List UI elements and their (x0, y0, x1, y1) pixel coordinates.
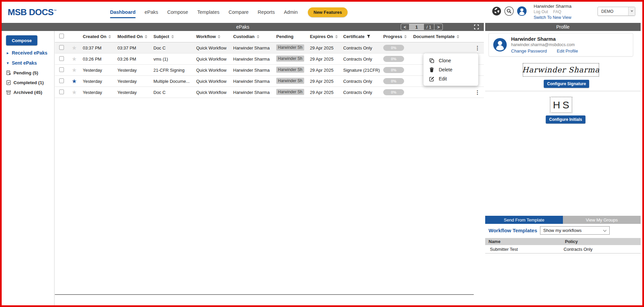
workflow-templates-row: Workflow Templates Show my workflows (489, 226, 610, 235)
cell-created-on: 03:26 PM (80, 57, 115, 62)
top-bar: MSB DOCS™ Dashboard ePaks Compose Templa… (2, 2, 642, 23)
faq-link[interactable]: FAQ (553, 9, 561, 14)
header-icon-cluster (492, 6, 527, 16)
profile-avatar-icon (493, 38, 507, 52)
sidebar-item-archived[interactable]: Archived (45) (6, 90, 54, 95)
pagination: < 1 / 1 > (401, 24, 443, 30)
user-block: Harwinder Sharma Log Out FAQ Switch To N… (534, 4, 572, 20)
shortcuts-table-row[interactable]: Submitter Test Contracts Only (485, 245, 641, 253)
cell-modified-on: Yesterday (115, 90, 151, 95)
nav-compare[interactable]: Compare (228, 7, 249, 15)
cell-subject[interactable]: Doc C (151, 90, 194, 95)
initials-preview-box: HS (550, 97, 572, 113)
col-document-template[interactable]: Document Template (411, 34, 470, 39)
workflow-filter-select[interactable]: Show my workflows (540, 226, 610, 235)
shortcuts-table-header: Name Policy (485, 238, 641, 245)
context-menu-delete[interactable]: Delete (424, 65, 478, 74)
cell-expires-on: 29 Apr 2025 (308, 90, 341, 95)
profile-card: Harwinder Sharma harwinder.sharma@msbdoc… (489, 33, 633, 57)
nav-epaks[interactable]: ePaks (145, 7, 158, 15)
row-checkbox[interactable] (59, 67, 64, 72)
cell-subject[interactable]: Doc C (151, 45, 194, 50)
tab-view-my-groups[interactable]: View My Groups (563, 216, 641, 224)
col-modified-on[interactable]: Modified On (115, 34, 151, 39)
sidebar-item-label: Pending (5) (13, 70, 38, 75)
sidebar-item-pending[interactable]: Pending (5) (6, 70, 54, 75)
expand-icon[interactable] (474, 24, 479, 30)
table-row[interactable]: ★ Yesterday Yesterday Doc C Quick Workfl… (55, 87, 484, 98)
context-menu-clone[interactable]: Clone (424, 56, 478, 65)
filter-icon[interactable] (367, 35, 370, 38)
col-subject[interactable]: Subject (151, 34, 194, 39)
context-menu-label: Delete (439, 67, 452, 72)
page-prev-button[interactable]: < (401, 25, 409, 30)
profile-title-bar: Profile (485, 23, 641, 31)
cell-subject[interactable]: vms (1) (151, 57, 194, 62)
tab-send-from-template[interactable]: Send From Template (485, 216, 563, 224)
sidebar: Compose ► Received ePaks ▼ Sent ePaks Pe… (2, 31, 55, 305)
star-icon[interactable]: ★ (72, 56, 77, 62)
log-out-link[interactable]: Log Out (534, 9, 548, 14)
change-password-link[interactable]: Change Password (511, 48, 547, 54)
row-checkbox[interactable] (59, 45, 64, 50)
context-menu-label: Clone (439, 58, 451, 63)
new-features-button[interactable]: New Features (308, 7, 348, 17)
select-all-checkbox[interactable] (59, 34, 64, 38)
switch-to-new-view-link[interactable]: Switch To New View (534, 15, 572, 20)
globe-icon[interactable] (492, 6, 501, 16)
row-checkbox[interactable] (59, 90, 64, 94)
star-icon[interactable]: ★ (72, 45, 77, 51)
sort-icon (335, 35, 338, 38)
sidebar-item-received-epaks[interactable]: ► Received ePaks (6, 50, 54, 56)
row-checkbox[interactable] (59, 56, 64, 61)
sidebar-item-label: Sent ePaks (12, 60, 37, 66)
row-checkbox[interactable] (59, 78, 64, 83)
app-logo[interactable]: MSB DOCS™ (8, 7, 64, 18)
kebab-menu-icon[interactable]: ⋮ (473, 45, 482, 51)
col-expires-on[interactable]: Expires On (308, 34, 341, 39)
sort-icon (145, 35, 147, 38)
table-row[interactable]: ★ Yesterday Yesterday Multiple Docume...… (55, 76, 484, 87)
configure-initials-button[interactable]: Configure Initials (546, 115, 585, 124)
col-created-on[interactable]: Created On (80, 34, 115, 39)
col-certificate[interactable]: Certificate (341, 34, 381, 39)
cell-certificate: Contracts Only (341, 79, 381, 84)
clone-icon (429, 58, 434, 63)
nav-dashboard[interactable]: Dashboard (110, 7, 136, 18)
compose-button[interactable]: Compose (6, 35, 37, 45)
col-name: Name (485, 239, 565, 244)
page-next-button[interactable]: > (434, 25, 442, 30)
profile-email: harwinder.sharma@msbdocs.com (511, 42, 578, 47)
star-icon[interactable]: ★ (72, 67, 77, 73)
shortcuts-tabs: Send From Template View My Groups (485, 216, 641, 224)
search-icon[interactable] (504, 6, 514, 16)
col-workflow[interactable]: Workflow (194, 34, 231, 39)
cell-subject[interactable]: 21-CFR Signing (151, 68, 194, 73)
table-row[interactable]: ★ Yesterday Yesterday 21-CFR Signing Qui… (55, 65, 484, 76)
user-avatar-icon[interactable] (517, 6, 527, 16)
configure-signature-button[interactable]: Configure Signature (544, 80, 589, 88)
nav-reports[interactable]: Reports (258, 7, 275, 15)
nav-admin[interactable]: Admin (284, 7, 298, 15)
table-row[interactable]: ★ 03:37 PM 03:37 PM Doc C Quick Workflow… (55, 42, 484, 54)
nav-templates[interactable]: Templates (197, 7, 219, 15)
cell-custodian: Harwinder Sharma (231, 57, 274, 62)
progress-pill: 0% (383, 56, 404, 62)
star-icon[interactable]: ★ (72, 78, 77, 84)
star-icon[interactable]: ★ (72, 89, 77, 96)
sidebar-item-completed[interactable]: Completed (1) (6, 80, 54, 85)
table-row[interactable]: ★ 03:26 PM 03:26 PM vms (1) Quick Workfl… (55, 54, 484, 65)
environment-select[interactable]: DEMO (598, 7, 635, 16)
cell-subject[interactable]: Multiple Docume... (151, 79, 194, 84)
cell-certificate: Contracts Only (341, 90, 381, 95)
col-progress[interactable]: Progress (381, 34, 411, 39)
nav-compose[interactable]: Compose (167, 7, 188, 15)
sort-icon (108, 35, 111, 38)
cell-custodian: Harwinder Sharma (231, 90, 274, 95)
sidebar-item-sent-epaks[interactable]: ▼ Sent ePaks (6, 60, 54, 66)
context-menu-edit[interactable]: Edit (424, 74, 478, 83)
col-custodian[interactable]: Custodian (231, 34, 274, 39)
edit-profile-link[interactable]: Edit Profile (557, 48, 578, 54)
page-number-box[interactable]: 1 (409, 24, 424, 30)
kebab-menu-icon[interactable]: ⋮ (473, 90, 482, 95)
